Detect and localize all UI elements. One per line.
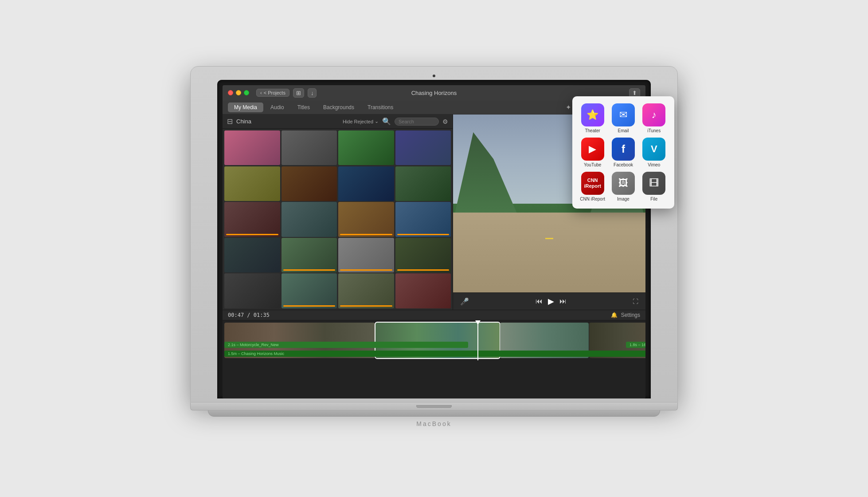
hide-rejected-button[interactable]: Hide Rejected ⌄: [343, 118, 379, 124]
grid-view-button[interactable]: ⊞: [293, 88, 304, 98]
close-button[interactable]: [228, 90, 233, 95]
tab-audio[interactable]: Audio: [264, 103, 290, 112]
share-grid: ⭐ Theater ✉ Email ♪: [579, 103, 645, 201]
left-panel: ⊟ China Hide Rejected ⌄ 🔍 ⚙: [223, 114, 453, 310]
tab-backgrounds[interactable]: Backgrounds: [317, 103, 360, 112]
media-thumb[interactable]: [224, 130, 280, 165]
media-thumb[interactable]: [395, 238, 451, 272]
theater-label: Theater: [585, 128, 600, 133]
vimeo-icon: V: [642, 138, 645, 161]
facebook-label: Facebook: [614, 162, 633, 167]
media-thumb[interactable]: [282, 166, 337, 201]
youtube-icon: ▶: [581, 138, 604, 161]
itunes-icon: ♪: [642, 103, 645, 126]
library-name: China: [236, 118, 251, 125]
share-item-youtube[interactable]: ▶ YouTube: [579, 138, 606, 167]
road: [453, 213, 645, 292]
timeline-header: 00:47 / 01:35 🔔 Settings: [223, 310, 645, 320]
hide-rejected-label: Hide Rejected: [343, 119, 373, 124]
media-thumb[interactable]: [224, 166, 280, 201]
share-item-itunes[interactable]: ♪ iTunes: [641, 103, 645, 133]
media-thumb[interactable]: [224, 273, 280, 308]
share-item-facebook[interactable]: f Facebook: [610, 138, 636, 167]
macbook-label: MacBook: [190, 417, 678, 431]
skip-forward-icon[interactable]: ⏭: [559, 297, 567, 305]
audio-track-1[interactable]: 2.1s – Motorcycle_Rev_New: [224, 342, 468, 348]
laptop-stand: [208, 410, 660, 417]
image-label: Image: [617, 197, 629, 201]
bell-icon[interactable]: 🔔: [611, 312, 618, 318]
timeline-section: 00:47 / 01:35 🔔 Settings: [223, 310, 645, 398]
tab-transitions[interactable]: Transitions: [361, 103, 399, 112]
media-thumb[interactable]: [282, 273, 337, 308]
timeline-track-area[interactable]: 2.1s – Motorcycle_Rev_New 1.8s – 16_Lice…: [223, 320, 645, 398]
wand-icon[interactable]: ✦: [566, 103, 571, 111]
laptop-notch: [416, 405, 452, 408]
minimize-button[interactable]: [236, 90, 241, 95]
search-input[interactable]: [395, 118, 439, 126]
playhead[interactable]: [477, 320, 478, 360]
media-thumb[interactable]: [395, 202, 451, 237]
media-thumb[interactable]: [338, 273, 394, 308]
title-bar-left: ‹ < Projects ⊞ ↓: [256, 88, 317, 98]
projects-label: < Projects: [264, 90, 285, 95]
fullscreen-icon[interactable]: ⛶: [633, 298, 638, 305]
sidebar-toggle[interactable]: ⊟: [227, 117, 233, 126]
share-item-vimeo[interactable]: V Vimeo: [641, 138, 645, 167]
search-icon: 🔍: [382, 117, 391, 126]
cnn-label: CNN iReport: [580, 197, 605, 201]
media-thumb[interactable]: [224, 202, 280, 237]
media-thumb[interactable]: [395, 166, 451, 201]
share-item-cnn[interactable]: CNNiReport CNN iReport: [579, 172, 606, 201]
media-thumb[interactable]: [338, 238, 394, 272]
media-thumb[interactable]: [224, 238, 280, 272]
timeline-clips: 2.1s – Motorcycle_Rev_New 1.8s – 16_Lice…: [223, 320, 645, 360]
audio-track-1-label: 2.1s – Motorcycle_Rev_New: [228, 343, 279, 347]
share-item-file[interactable]: 🎞 File: [641, 172, 645, 201]
share-item-theater[interactable]: ⭐ Theater: [579, 103, 606, 133]
media-thumb[interactable]: [395, 130, 451, 165]
filter-settings-icon[interactable]: ⚙: [442, 118, 448, 125]
media-thumb[interactable]: [282, 202, 337, 237]
media-thumb[interactable]: [395, 273, 451, 308]
media-thumb[interactable]: [282, 130, 337, 165]
maximize-button[interactable]: [244, 90, 249, 95]
media-thumb[interactable]: [338, 166, 394, 201]
media-grid: [223, 129, 453, 310]
media-thumb[interactable]: [338, 130, 394, 165]
audio-track-2[interactable]: 1.8s – 16_License_plate_rattle: [626, 342, 645, 348]
music-track[interactable]: 1.5m – Chasing Horizons Music: [224, 351, 645, 357]
preview-controls: 🎤 ⏮ ▶ ⏭ ⛶: [453, 292, 645, 310]
theater-icon: ⭐: [581, 103, 604, 126]
download-button[interactable]: ↓: [308, 88, 317, 98]
road-line: [545, 238, 553, 239]
cnn-icon: CNNiReport: [581, 172, 604, 195]
skip-back-icon[interactable]: ⏮: [536, 297, 543, 305]
laptop-base: [190, 402, 678, 410]
share-item-image[interactable]: 🖼 Image: [610, 172, 636, 201]
laptop-container: ‹ < Projects ⊞ ↓ Chasing Horizons ⬆: [190, 66, 678, 431]
email-label: Email: [618, 128, 629, 133]
projects-button[interactable]: ‹ < Projects: [256, 89, 289, 97]
tab-my-media[interactable]: My Media: [228, 103, 263, 112]
music-track-label: 1.5m – Chasing Horizons Music: [228, 351, 284, 356]
back-icon: ‹: [260, 90, 262, 95]
microphone-icon[interactable]: 🎤: [460, 297, 469, 306]
media-thumb[interactable]: [282, 238, 337, 272]
camera: [433, 75, 435, 77]
youtube-label: YouTube: [584, 162, 601, 167]
tab-titles[interactable]: Titles: [291, 103, 316, 112]
chevron-down-icon: ⌄: [375, 118, 379, 124]
play-button[interactable]: ▶: [548, 296, 554, 306]
image-icon: 🖼: [612, 172, 635, 195]
file-icon: 🎞: [642, 172, 645, 195]
laptop-body: ‹ < Projects ⊞ ↓ Chasing Horizons ⬆: [190, 66, 678, 402]
share-popup: ⭐ Theater ✉ Email ♪: [572, 96, 645, 209]
timecode: 00:47 / 01:35: [228, 312, 270, 318]
panel-header-right: Hide Rejected ⌄ 🔍 ⚙: [343, 117, 448, 126]
timeline-settings-button[interactable]: Settings: [621, 312, 640, 318]
media-thumb[interactable]: [338, 202, 394, 237]
email-icon: ✉: [612, 103, 635, 126]
share-item-email[interactable]: ✉ Email: [610, 103, 636, 133]
screen: ‹ < Projects ⊞ ↓ Chasing Horizons ⬆: [223, 85, 645, 398]
